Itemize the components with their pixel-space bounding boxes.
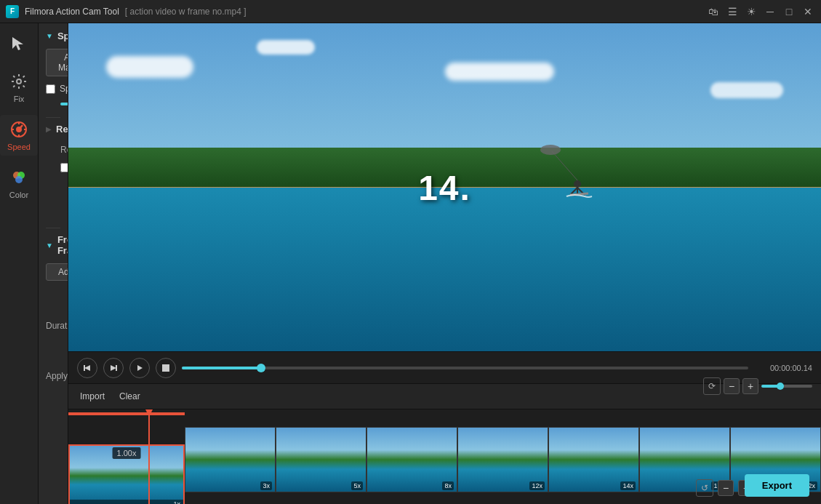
skip-to-start-button[interactable] bbox=[77, 358, 97, 378]
svg-line-11 bbox=[552, 151, 577, 180]
time-display: 00:00:00.14 bbox=[754, 364, 812, 372]
svg-point-12 bbox=[540, 145, 561, 155]
speed-arrow: ▼ bbox=[46, 32, 53, 40]
list-btn[interactable]: ☰ bbox=[725, 4, 740, 19]
cloud-2 bbox=[257, 40, 315, 55]
speed-checkbox-row: Speed bbox=[46, 84, 60, 94]
loop-toggle-btn[interactable]: ↺ bbox=[696, 479, 713, 497]
thumb-5: 12x bbox=[457, 427, 548, 492]
cloud-3 bbox=[445, 63, 554, 81]
minimize-btn[interactable]: ─ bbox=[763, 4, 777, 19]
play-button[interactable] bbox=[129, 358, 150, 378]
progress-fill bbox=[182, 367, 261, 369]
replay-times-label: Replay Times: bbox=[60, 145, 68, 155]
timeline-zoom-slider[interactable] bbox=[761, 385, 812, 388]
speed-section-header[interactable]: ▼ Speed bbox=[46, 31, 60, 41]
app-icon: F bbox=[6, 5, 19, 18]
stop-button[interactable] bbox=[156, 358, 176, 378]
reverse-checkbox-row: Reverse bbox=[46, 162, 60, 172]
progress-thumb bbox=[257, 364, 265, 372]
skip-to-end-button[interactable] bbox=[103, 358, 124, 378]
reverse-checkbox[interactable] bbox=[60, 163, 68, 172]
export-container: Export bbox=[745, 474, 809, 497]
playhead[interactable] bbox=[148, 409, 150, 504]
cursor-icon bbox=[6, 31, 32, 57]
clip-top-bar bbox=[68, 412, 185, 415]
svg-marker-18 bbox=[137, 365, 143, 371]
speed-label: Speed bbox=[7, 143, 31, 151]
sidebar: Fix Speed Color bbox=[0, 23, 39, 504]
apply-to-label: Apply to: bbox=[46, 371, 68, 381]
loop-btn[interactable]: ⟳ bbox=[703, 377, 721, 395]
app-title: Filmora Action Cam Tool bbox=[25, 7, 119, 17]
thumb-4-label: 8x bbox=[442, 481, 454, 490]
progress-bar[interactable] bbox=[182, 367, 748, 369]
separator-2 bbox=[46, 228, 60, 228]
speed-slider-row: 1.00x bbox=[46, 100, 60, 108]
svg-marker-16 bbox=[111, 365, 116, 371]
zoom-plus-btn[interactable]: + bbox=[742, 378, 758, 394]
svg-rect-15 bbox=[84, 365, 85, 371]
speed-checkbox-label: Speed bbox=[60, 84, 68, 94]
sidebar-item-fix[interactable]: Fix bbox=[0, 67, 38, 108]
speed-section-title: Speed bbox=[57, 31, 68, 41]
zoom-out-btn[interactable]: − bbox=[718, 480, 734, 496]
maximize-btn[interactable]: □ bbox=[782, 4, 796, 19]
svg-point-1 bbox=[17, 79, 21, 84]
fix-label: Fix bbox=[14, 95, 25, 103]
remove-audio-row: Remove Audio bbox=[46, 201, 68, 222]
control-panel: ▼ Speed Add Marker Delete Speed 1.00x ▶ … bbox=[39, 23, 68, 504]
thumb-3-label: 5x bbox=[351, 481, 363, 490]
speed-slider[interactable] bbox=[60, 103, 68, 105]
thumb-4: 8x bbox=[367, 427, 457, 492]
cloud-4 bbox=[710, 82, 783, 98]
color-label: Color bbox=[9, 191, 28, 199]
freeze-section-header[interactable]: ▼ Freeze Frame bbox=[46, 234, 60, 256]
content-area: 14. 00:00:00.14 Import bbox=[68, 23, 821, 504]
sidebar-item-speed[interactable]: Speed bbox=[0, 115, 38, 156]
duration-row: Duration: 00 : 00 : 01 . 00 ▲ ▼ bbox=[46, 288, 60, 364]
apply-to-row: Apply to: First Play Second Play Both bbox=[46, 368, 60, 384]
replay-times-row: Replay Times: 2 3 4 bbox=[46, 142, 60, 158]
video-preview: 14. bbox=[68, 23, 821, 351]
clear-button[interactable]: Clear bbox=[116, 390, 143, 403]
store-btn[interactable]: 🛍 bbox=[706, 4, 721, 19]
speed-checkbox[interactable] bbox=[46, 84, 55, 94]
color-icon bbox=[9, 167, 29, 188]
thumb-5-label: 12x bbox=[529, 481, 545, 490]
brightness-btn[interactable]: ☀ bbox=[744, 4, 758, 19]
replay-section-header[interactable]: ▶ Replay bbox=[46, 124, 60, 135]
thumb-2-label: 3x bbox=[260, 481, 272, 490]
first-clip-container: 1.00x 1x bbox=[68, 427, 185, 504]
sidebar-item-color[interactable]: Color bbox=[0, 163, 38, 204]
main-layout: Fix Speed Color bbox=[0, 23, 821, 504]
speed-icon bbox=[9, 119, 29, 140]
keep-audio-row: Keep Audio bbox=[46, 178, 68, 199]
timeline-clip-1[interactable]: 1.00x 1x bbox=[68, 444, 185, 504]
kitesurfer bbox=[537, 144, 596, 217]
replay-section-title: Replay bbox=[56, 124, 68, 135]
thumb-6: 14x bbox=[548, 427, 639, 492]
freeze-btn-row: Add Delete bbox=[46, 263, 60, 281]
thumb-6-label: 14x bbox=[620, 481, 636, 490]
import-button[interactable]: Import bbox=[77, 390, 108, 403]
export-button[interactable]: Export bbox=[745, 474, 809, 497]
freeze-add-button[interactable]: Add bbox=[46, 263, 68, 281]
thumb-2: 3x bbox=[185, 427, 276, 492]
freeze-arrow: ▼ bbox=[46, 241, 53, 249]
speed-btn-row: Add Marker Delete bbox=[46, 49, 60, 76]
close-btn[interactable]: ✕ bbox=[801, 4, 815, 19]
filename: [ action video w frame no.mp4 ] bbox=[125, 7, 247, 17]
freeze-section-title: Freeze Frame bbox=[57, 234, 68, 256]
svg-point-6 bbox=[15, 176, 23, 183]
thumb-3: 5x bbox=[276, 427, 367, 492]
zoom-minus-btn[interactable]: − bbox=[724, 378, 740, 394]
window-controls: 🛍 ☰ ☀ ─ □ ✕ bbox=[706, 4, 815, 19]
separator-1 bbox=[46, 117, 60, 118]
cloud-1 bbox=[106, 56, 193, 78]
svg-marker-0 bbox=[12, 37, 23, 50]
add-marker-button[interactable]: Add Marker bbox=[46, 49, 68, 76]
svg-rect-17 bbox=[116, 365, 117, 371]
video-background: 14. bbox=[68, 23, 821, 351]
replay-arrow: ▶ bbox=[46, 125, 52, 133]
